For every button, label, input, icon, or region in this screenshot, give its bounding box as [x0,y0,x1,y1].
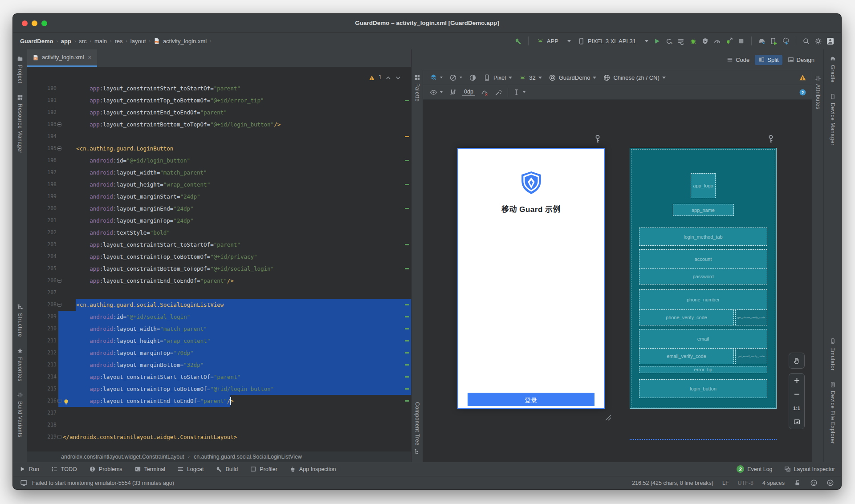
tab-activity-login-xml[interactable]: xml activity_login.xml × [27,49,97,67]
code-line[interactable]: 204 app:layout_constraintTop_toBottomOf=… [27,251,411,263]
zoom-window-button[interactable] [41,20,47,26]
stop-icon[interactable] [737,37,745,45]
tool-window-button-emulator[interactable]: Emulator [830,338,836,371]
canvas-resize-handle[interactable] [603,412,612,423]
blueprint-box[interactable]: app_logo [691,173,716,198]
code-line[interactable]: 194 [27,130,411,142]
code-line[interactable]: 211 android:layout_height="wrap_content" [27,335,411,347]
blueprint-box[interactable]: get_phone_verify_code [735,309,767,325]
device-menu[interactable]: Pixel [482,73,513,82]
palette-tab[interactable]: Palette [414,74,420,102]
error-stripe-mark[interactable] [405,208,409,209]
surface-select[interactable] [428,73,444,82]
design-preview-phone[interactable]: 移动 Guard 示例 登录 [457,148,605,409]
event-log-button[interactable]: 2 Event Log [737,465,772,473]
tool-window-button-structure[interactable]: Structure [17,304,23,337]
breadcrumb-item[interactable]: activity_login.xml [163,38,207,45]
code-line[interactable]: 202 android:textStyle="bold" [27,227,411,239]
code-line[interactable]: 192 app:layout_constraintEnd_toEndOf="pa… [27,106,411,118]
code-line[interactable]: 199 android:layout_marginStart="24dp" [27,191,411,203]
error-stripe-mark[interactable] [405,184,409,185]
error-stripe-mark[interactable] [405,400,409,402]
tool-window-button-resource-manager[interactable]: Resource Manager [17,94,23,154]
blueprint-box[interactable]: phone_number [639,289,767,310]
zoom-fit-button[interactable] [789,415,804,429]
code-line[interactable]: 219</androidx.constraintlayout.widget.Co… [27,431,411,443]
breadcrumb-item[interactable]: src [79,38,86,45]
attributes-tab[interactable]: Attributes [815,75,821,110]
infer-constraints-button[interactable] [493,88,504,97]
error-stripe-mark[interactable] [405,316,409,317]
blueprint-box[interactable]: email [639,329,767,349]
close-window-button[interactable] [22,20,28,26]
debug-reattach-icon[interactable] [725,37,733,45]
night-mode-select[interactable] [468,73,478,82]
blueprint-box[interactable]: error_tip [639,366,767,373]
code-editor[interactable]: 190 app:layout_constraintStart_toStartOf… [27,67,411,451]
debug-icon[interactable] [689,37,697,45]
error-stripe-mark[interactable] [405,304,409,305]
blueprint-box[interactable]: account [639,249,767,269]
zoom-in-button[interactable] [789,374,804,387]
code-line[interactable]: 205 app:layout_constraintBottom_toTopOf=… [27,263,411,275]
zoom-reset-button[interactable]: 1:1 [789,401,804,415]
run-configuration-select[interactable]: APP [535,37,573,46]
breadcrumb-item[interactable]: res [114,38,122,45]
help-icon[interactable]: ? [799,89,806,96]
breadcrumb-item[interactable]: layout [130,38,146,45]
code-line[interactable]: 214 app:layout_constraintStart_toStartOf… [27,371,411,383]
theme-menu[interactable]: GuardDemo [547,73,598,82]
api-version-menu[interactable]: 32 [517,73,543,82]
blueprint-box[interactable]: login_method_tab [639,228,767,246]
hammer-icon[interactable] [514,37,522,45]
error-stripe-mark[interactable] [405,376,409,378]
orientation-select[interactable] [448,73,464,82]
warning-icon[interactable] [799,74,806,81]
happy-feedback-icon[interactable] [810,479,818,487]
xml-breadcrumb-item[interactable]: cn.authing.guard.social.SocialLoginListV… [194,454,302,460]
code-line[interactable]: 215 app:layout_constraintTop_toBottomOf=… [27,383,411,395]
inspection-widget[interactable]: 1 [369,72,401,84]
device-select[interactable]: PIXEL 3 XL API 31 [576,37,650,46]
settings-icon[interactable] [814,37,822,45]
code-line[interactable]: 212 android:layout_marginTop="70dp" [27,347,411,359]
tool-window-button-terminal[interactable]: Terminal [134,466,165,472]
sdk-download-icon[interactable] [782,37,790,45]
fold-marker-icon[interactable] [57,146,61,150]
tool-window-button-build[interactable]: Build [216,466,238,472]
tool-window-button-gradle[interactable]: Gradle [830,56,836,83]
breadcrumb-item[interactable]: main [94,38,107,45]
code-line[interactable]: 210 android:layout_width="match_parent" [27,323,411,335]
layout-inspector-button[interactable]: Layout Inspector [784,466,835,472]
fold-marker-icon[interactable] [57,399,61,403]
code-line[interactable]: 201 android:layout_marginTop="24dp" [27,215,411,227]
next-problem-icon[interactable] [395,75,401,81]
tool-window-button-run[interactable]: Run [19,466,39,472]
code-line[interactable]: 197 android:layout_width="match_parent" [27,167,411,179]
close-tab-icon[interactable]: × [88,54,91,61]
mode-design-button[interactable]: Design [784,55,818,65]
fold-marker-icon[interactable] [57,122,61,126]
code-line[interactable]: 218 [27,419,411,431]
code-line[interactable]: 208 <cn.authing.guard.social.SocialLogin… [27,299,411,311]
error-stripe-mark[interactable] [405,160,409,161]
code-line[interactable]: 203 app:layout_constraintStart_toStartOf… [27,239,411,251]
error-stripe-mark[interactable] [405,364,409,366]
blueprint-box[interactable]: phone_verify_code [639,309,734,325]
code-line[interactable]: 207 [27,287,411,299]
blueprint-box[interactable]: email_verify_code [639,348,734,364]
file-encoding[interactable]: UTF-8 [738,480,753,486]
line-separator[interactable]: LF [722,480,729,486]
tool-window-button-build-variants[interactable]: Build Variants [17,392,23,438]
title-bar[interactable]: GuardDemo – activity_login.xml [GuardDem… [13,14,841,33]
sad-feedback-icon[interactable] [826,479,834,487]
error-stripe-mark[interactable] [405,244,409,245]
lock-icon[interactable] [794,479,801,487]
default-margin-button[interactable]: 0dp [462,89,475,96]
code-line[interactable]: 198 android:layout_height="wrap_content" [27,179,411,191]
blueprint-box[interactable]: login_button [639,379,767,398]
clear-constraints-button[interactable] [479,88,489,97]
error-stripe-mark[interactable] [405,100,409,101]
tool-window-button-todo[interactable]: TODO [51,466,77,472]
tool-window-button-problems[interactable]: Problems [89,466,122,472]
